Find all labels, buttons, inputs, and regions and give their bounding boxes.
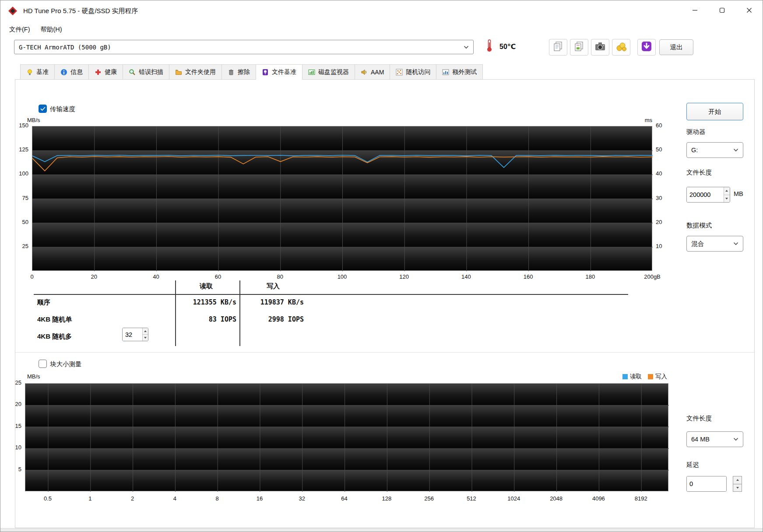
tab-label: 文件夹使用 <box>185 68 216 76</box>
queue-depth-input[interactable] <box>123 328 142 341</box>
minimize-icon <box>692 7 698 15</box>
monitor-icon <box>308 69 315 76</box>
file-length-input[interactable] <box>687 187 724 202</box>
queue-depth-down-button[interactable] <box>143 334 148 341</box>
update-button[interactable] <box>637 39 656 56</box>
x-tick: 2048 <box>539 495 574 502</box>
random-icon <box>396 69 403 76</box>
transfer-speed-checkbox[interactable] <box>39 105 47 113</box>
block-file-length-label: 文件长度 <box>686 414 712 423</box>
chevron-down-icon <box>464 46 469 49</box>
tab-label: 额外测试 <box>452 68 477 76</box>
start-button[interactable]: 开始 <box>686 103 743 120</box>
delay-input[interactable] <box>687 476 726 491</box>
download-arrow-icon <box>640 40 653 54</box>
stats-divider-2 <box>239 280 240 346</box>
legend-write: 写入 <box>648 373 667 381</box>
tab-folder-usage[interactable]: 文件夹使用 <box>169 64 222 80</box>
exit-button[interactable]: 退出 <box>659 39 693 55</box>
copy-image-button[interactable] <box>570 39 588 56</box>
x-tick: 16 <box>242 495 277 502</box>
delay-down-button[interactable] <box>733 484 742 492</box>
y-tick-left: 125 <box>7 146 28 153</box>
block-file-length-dropdown[interactable]: 64 MB <box>686 431 743 447</box>
maximize-button[interactable] <box>708 0 735 21</box>
tab-extra-tests[interactable]: 额外测试 <box>436 64 483 80</box>
block-file-length-value: 64 MB <box>691 436 710 443</box>
y-tick-left: 25 <box>2 379 21 386</box>
y-tick-left: 10 <box>2 444 21 451</box>
maximize-icon <box>719 7 725 15</box>
tab-label: 磁盘监视器 <box>318 68 349 76</box>
tab-random-access[interactable]: 随机访问 <box>390 64 436 80</box>
delay-up-button[interactable] <box>733 476 742 484</box>
y-tick-left: 150 <box>7 122 28 129</box>
tab-benchmark[interactable]: 基准 <box>20 64 55 80</box>
x-tick: 120 <box>387 273 422 280</box>
minimize-button[interactable] <box>681 0 708 21</box>
bulb-icon <box>26 69 33 76</box>
delay-label: 延迟 <box>686 461 699 469</box>
section-divider <box>15 352 754 353</box>
chevron-down-icon <box>733 148 738 152</box>
y-tick-right: 60 <box>656 122 673 129</box>
x-tick: 2 <box>115 495 150 502</box>
data-mode-dropdown-value: 混合 <box>691 240 704 248</box>
x-tick: 1 <box>73 495 108 502</box>
close-button[interactable] <box>735 0 763 21</box>
x-tick: 64 <box>327 495 362 502</box>
title-bar: HD Tune Pro 5.75 - 硬盘/SSD 实用程序 <box>0 0 763 21</box>
delay-stepper <box>733 476 742 492</box>
drive-dropdown-value: G: <box>691 147 698 154</box>
tab-file-benchmark[interactable]: 文件基准 <box>256 64 302 80</box>
donate-button[interactable] <box>612 39 630 56</box>
copy-image-icon <box>573 40 585 54</box>
legend-label: 读取 <box>630 373 642 381</box>
x-tick: 20 <box>77 273 112 280</box>
extra-icon <box>442 69 449 76</box>
tab-label: 擦除 <box>238 68 250 76</box>
file-length-stepper[interactable] <box>686 187 730 203</box>
y-tick-left: 20 <box>2 401 21 407</box>
tab-label: 文件基准 <box>272 68 296 76</box>
tab-aam[interactable]: AAM <box>355 64 390 80</box>
block-size-checkbox[interactable] <box>39 360 47 368</box>
x-tick: 0 <box>14 273 49 280</box>
tab-health[interactable]: 健康 <box>88 64 123 80</box>
queue-depth-stepper[interactable] <box>122 328 148 341</box>
menu-item-help[interactable]: 帮助(H) <box>35 23 67 36</box>
tab-disk-monitor[interactable]: 磁盘监视器 <box>302 64 355 80</box>
queue-depth-up-button[interactable] <box>143 328 148 334</box>
y-axis-unit-left: MB/s <box>27 373 40 380</box>
block-size-legend: 读取写入 <box>622 373 667 381</box>
menu-item-file[interactable]: 文件(F) <box>4 23 35 36</box>
tab-strip: 基准信息健康错误扫描文件夹使用擦除文件基准磁盘监视器AAM随机访问额外测试 <box>20 64 482 80</box>
x-tick: 40 <box>138 273 173 280</box>
drive-dropdown[interactable]: G: <box>686 142 743 158</box>
window-title: HD Tune Pro 5.75 - 硬盘/SSD 实用程序 <box>23 7 138 15</box>
x-tick: 200gB <box>635 273 670 280</box>
tab-label: AAM <box>371 69 384 76</box>
tab-erase[interactable]: 擦除 <box>222 64 256 80</box>
file-length-up-button[interactable] <box>724 187 730 195</box>
y-tick-left: 5 <box>2 466 21 472</box>
data-mode-dropdown[interactable]: 混合 <box>686 236 743 252</box>
drive-select[interactable]: G-TECH ArmorATD (5000 gB) <box>14 40 474 54</box>
copy-results-button[interactable] <box>549 39 567 56</box>
stats-col-write: 写入 <box>251 282 295 290</box>
stats-header-rule <box>34 294 628 295</box>
tab-error-scan[interactable]: 错误扫描 <box>123 64 169 80</box>
y-tick-left: 75 <box>7 195 28 201</box>
stats-seq-write: 119837 KB/s <box>242 298 304 306</box>
temperature-value: 50℃ <box>499 42 516 51</box>
x-tick: 256 <box>411 495 447 502</box>
health-icon <box>95 69 102 76</box>
y-tick-right: 10 <box>656 243 673 249</box>
scan-icon <box>129 69 136 76</box>
tab-info[interactable]: 信息 <box>54 64 89 80</box>
screenshot-button[interactable] <box>591 39 609 56</box>
erase-icon <box>228 69 235 76</box>
file-length-down-button[interactable] <box>724 195 730 203</box>
y-axis-unit-left: MB/s <box>27 117 40 123</box>
delay-field[interactable] <box>686 476 727 492</box>
